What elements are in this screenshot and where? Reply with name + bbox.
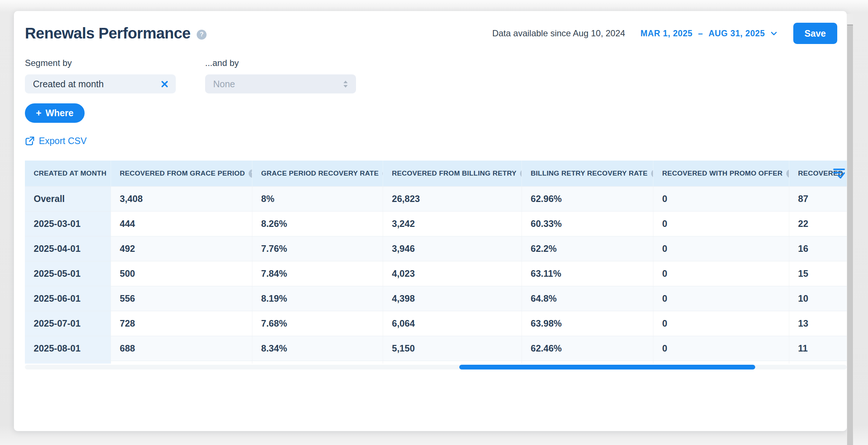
table-cell: 0 <box>653 211 789 236</box>
horizontal-scrollbar[interactable] <box>25 365 847 369</box>
column-label: RECOVERED FROM BILLING RETRY <box>392 169 516 177</box>
column-header-4[interactable]: BILLING RETRY RECOVERY RATE? <box>522 161 653 186</box>
table-cell: 63.98% <box>522 311 653 336</box>
renewals-performance-page: { "header": { "title": "Renewals Perform… <box>0 0 868 445</box>
table-cell: 6,064 <box>383 311 522 336</box>
table-cell: 0 <box>653 336 789 361</box>
table-cell <box>653 361 789 364</box>
table-cell: 556 <box>111 286 252 311</box>
segment-by-select[interactable]: Created at month <box>25 74 176 93</box>
table-cell: 0 <box>653 286 789 311</box>
row-header-cell: Overall <box>25 186 111 211</box>
table-cell: 688 <box>111 336 252 361</box>
table-cell: 13 <box>789 311 847 336</box>
table-cell: 492 <box>111 236 252 261</box>
table-row-partial <box>25 361 847 364</box>
help-icon[interactable]: ? <box>651 169 653 178</box>
and-by-value: None <box>213 79 235 89</box>
help-icon[interactable]: ? <box>786 169 789 178</box>
table-row: Overall3,4088%26,82362.96%087 <box>25 186 847 211</box>
table-cell: 8.34% <box>252 336 383 361</box>
table-cell: 3,242 <box>383 211 522 236</box>
table-cell <box>25 361 111 364</box>
row-header-cell: 2025-08-01 <box>25 336 111 361</box>
title-help-icon[interactable]: ? <box>197 30 207 40</box>
table-header-row: CREATED AT MONTHRECOVERED FROM GRACE PER… <box>25 161 847 186</box>
save-button[interactable]: Save <box>793 23 837 44</box>
vertical-scrollbar[interactable] <box>847 14 853 445</box>
table-cell: 26,823 <box>383 186 522 211</box>
table-cell: 5,150 <box>383 336 522 361</box>
table-cell: 8.26% <box>252 211 383 236</box>
segment-by-label: Segment by <box>25 58 176 68</box>
row-header-cell: 2025-06-01 <box>25 286 111 311</box>
top-right-controls: Data available since Aug 10, 2024 MAR 1,… <box>492 23 837 44</box>
table-cell: 15 <box>789 261 847 286</box>
table-cell: 444 <box>111 211 252 236</box>
table-cell: 3,408 <box>111 186 252 211</box>
column-header-0[interactable]: CREATED AT MONTH <box>25 161 111 186</box>
help-icon[interactable]: ? <box>520 169 522 178</box>
row-header-cell: 2025-07-01 <box>25 311 111 336</box>
column-label: RECOVERED WITH PROMO OFFER <box>662 169 783 177</box>
table-cell <box>111 361 252 364</box>
table-cell <box>522 361 653 364</box>
vertical-scrollbar-thumb[interactable] <box>847 25 853 445</box>
where-button[interactable]: + Where <box>25 103 85 123</box>
clear-segment-icon[interactable] <box>161 80 168 88</box>
table-cell: 64.8% <box>522 286 653 311</box>
segment-by-value: Created at month <box>33 79 104 89</box>
table-cell: 87 <box>789 186 847 211</box>
date-range-picker[interactable]: MAR 1, 2025 – AUG 31, 2025 <box>641 29 778 38</box>
table-cell: 16 <box>789 236 847 261</box>
segment-by-group: Segment by Created at month <box>25 58 176 93</box>
table-cell: 8% <box>252 186 383 211</box>
export-icon <box>25 136 35 146</box>
table-cell: 0 <box>653 311 789 336</box>
table-cell: 0 <box>653 186 789 211</box>
date-range-start: MAR 1, 2025 <box>641 29 693 38</box>
table-cell: 3,946 <box>383 236 522 261</box>
export-csv-link[interactable]: Export CSV <box>25 136 87 146</box>
plus-icon: + <box>36 108 41 118</box>
table-cell <box>252 361 383 364</box>
table-cell: 8.19% <box>252 286 383 311</box>
top-bar: Renewals Performance ? Data available si… <box>25 21 837 45</box>
data-available-text: Data available since Aug 10, 2024 <box>492 28 625 38</box>
segment-controls: Segment by Created at month ...and by No… <box>25 58 356 93</box>
horizontal-scrollbar-thumb[interactable] <box>459 365 755 369</box>
and-by-group: ...and by None <box>205 58 356 93</box>
page-title: Renewals Performance <box>25 25 190 42</box>
and-by-label: ...and by <box>205 58 356 68</box>
column-header-1[interactable]: RECOVERED FROM GRACE PERIOD? <box>111 161 252 186</box>
table-cell: 7.68% <box>252 311 383 336</box>
column-label: GRACE PERIOD RECOVERY RATE <box>261 169 379 177</box>
edit-columns-icon[interactable] <box>833 167 845 180</box>
row-header-cell: 2025-03-01 <box>25 211 111 236</box>
title-wrap: Renewals Performance ? <box>25 25 207 42</box>
and-by-select[interactable]: None <box>205 74 356 93</box>
column-header-5[interactable]: RECOVERED WITH PROMO OFFER? <box>653 161 789 186</box>
table-cell: 62.2% <box>522 236 653 261</box>
table-cell: 0 <box>653 261 789 286</box>
table-row: 2025-07-017287.68%6,06463.98%013 <box>25 311 847 336</box>
date-range-end: AUG 31, 2025 <box>708 29 765 38</box>
date-range-separator: – <box>698 29 703 38</box>
table-cell: 11 <box>789 336 847 361</box>
table-cell: 7.84% <box>252 261 383 286</box>
table-row: 2025-05-015007.84%4,02363.11%015 <box>25 261 847 286</box>
select-chevrons-icon <box>342 80 349 88</box>
help-icon[interactable]: ? <box>249 169 252 178</box>
table-row: 2025-03-014448.26%3,24260.33%022 <box>25 211 847 236</box>
table-row: 2025-04-014927.76%3,94662.2%016 <box>25 236 847 261</box>
table-cell: 22 <box>789 211 847 236</box>
table-cell: 60.33% <box>522 211 653 236</box>
column-header-3[interactable]: RECOVERED FROM BILLING RETRY? <box>383 161 522 186</box>
table-cell: 62.96% <box>522 186 653 211</box>
chevron-down-icon <box>770 29 778 37</box>
table-cell: 63.11% <box>522 261 653 286</box>
table-cell <box>789 361 847 364</box>
table-row: 2025-08-016888.34%5,15062.46%011 <box>25 336 847 361</box>
column-header-2[interactable]: GRACE PERIOD RECOVERY RATE? <box>252 161 383 186</box>
table-cell: 62.46% <box>522 336 653 361</box>
